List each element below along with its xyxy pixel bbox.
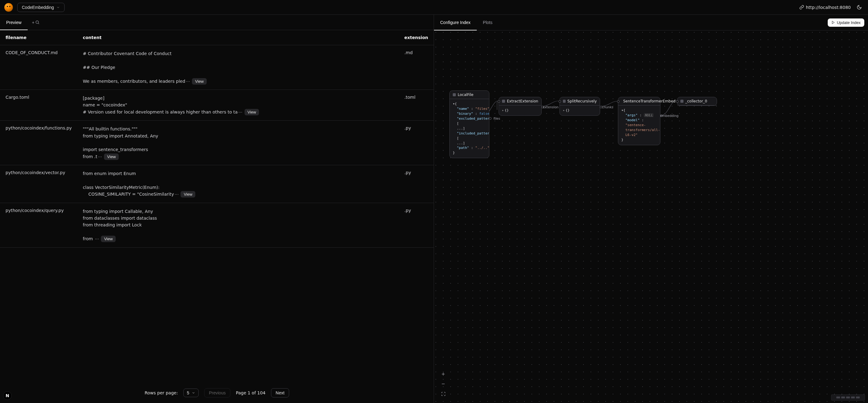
cell-content: [package] name = "cocoindex" # Version u… xyxy=(77,90,399,120)
minus-icon xyxy=(441,381,446,386)
cell-filename: python/cocoindex/vector.py xyxy=(0,165,77,203)
cell-filename: python/cocoindex/functions.py xyxy=(0,121,77,165)
topbar: CodeEmbedding http://localhost:8080 xyxy=(0,0,868,15)
flow-edges xyxy=(434,30,868,403)
page-info: Page 1 of 104 xyxy=(236,391,266,395)
port-in[interactable] xyxy=(498,100,500,103)
table-row: python/cocoindex/vector.pyfrom enum impo… xyxy=(0,165,434,203)
svg-marker-2 xyxy=(832,21,834,24)
cell-content: from typing import Callable, Any from da… xyxy=(77,203,399,247)
node-sentence-transformer-embed[interactable]: SentenceTransformerEmbed ▾{ "args" : NUL… xyxy=(618,97,660,145)
node-title: ExtractExtension xyxy=(507,99,538,103)
canvas-controls xyxy=(439,370,447,398)
data-table: filename content extension CODE_OF_CONDU… xyxy=(0,30,434,383)
cell-content: """All builtin functions.""" from typing… xyxy=(77,121,399,165)
port-label-extension: extension xyxy=(543,105,559,109)
database-icon xyxy=(453,93,456,96)
node-collector[interactable]: _collector_0 xyxy=(677,97,717,106)
tab-preview[interactable]: Preview xyxy=(0,15,28,30)
node-extract-extension[interactable]: ExtractExtension ▸▸ {}{} extension xyxy=(499,97,541,116)
fit-view-button[interactable] xyxy=(439,390,447,398)
view-button[interactable]: View xyxy=(104,154,119,160)
tab-plots[interactable]: Plots xyxy=(477,15,499,30)
col-content: content xyxy=(77,30,399,45)
link-icon xyxy=(799,5,804,9)
ellipsis-icon: ⋯ xyxy=(174,192,179,196)
node-title: _collector_0 xyxy=(685,99,707,103)
cell-filename: Cargo.toml xyxy=(0,90,77,120)
node-title: SentenceTransformerEmbed xyxy=(623,99,676,103)
next-page-button[interactable]: Next xyxy=(271,388,289,398)
pagination: Rows per page: 5 Previous Page 1 of 104 … xyxy=(0,383,434,403)
plus-icon: + xyxy=(32,20,34,25)
corner-badge[interactable]: N xyxy=(3,391,12,400)
svg-point-0 xyxy=(36,21,38,24)
port-label-embedding: embedding xyxy=(660,114,679,118)
function-icon xyxy=(563,100,566,103)
cell-extension: .toml xyxy=(399,90,434,120)
node-title: SplitRecursively xyxy=(567,99,597,103)
function-icon xyxy=(502,100,505,103)
project-selector[interactable]: CodeEmbedding xyxy=(17,3,65,12)
server-url: http://localhost:8080 xyxy=(806,5,851,10)
cell-extension: .md xyxy=(399,45,434,90)
ellipsis-icon: ⋯ xyxy=(185,79,191,84)
play-icon xyxy=(831,21,835,24)
flow-canvas[interactable]: LocalFile ▾{ "name" : "files" "binary" :… xyxy=(434,30,868,403)
ellipsis-icon: ⋯ xyxy=(238,110,243,115)
left-tabs: Preview + xyxy=(0,15,434,30)
table-header-row: filename content extension xyxy=(0,30,434,45)
table-row: Cargo.toml[package] name = "cocoindex" #… xyxy=(0,90,434,120)
view-button[interactable]: View xyxy=(245,109,259,115)
project-name: CodeEmbedding xyxy=(22,5,54,10)
rows-per-page-select[interactable]: 5 xyxy=(183,389,199,397)
cell-content: # Contributor Covenant Code of Conduct #… xyxy=(77,45,399,90)
port-label-chunks: chunks xyxy=(602,105,613,109)
port-in[interactable] xyxy=(559,100,561,103)
cell-filename: CODE_OF_CONDUCT.md xyxy=(0,45,77,90)
theme-toggle[interactable] xyxy=(855,3,864,12)
cell-extension: .py xyxy=(399,165,434,203)
table-row: python/cocoindex/functions.py"""All buil… xyxy=(0,121,434,165)
zoom-in-button[interactable] xyxy=(439,370,447,378)
right-pane: Configure Index Plots Update Index xyxy=(434,15,868,403)
cell-content: from enum import Enum class VectorSimila… xyxy=(77,165,399,203)
app-logo xyxy=(4,3,13,12)
cell-extension: .py xyxy=(399,203,434,247)
node-title: LocalFile xyxy=(458,93,473,97)
tab-configure-index[interactable]: Configure Index xyxy=(434,15,477,30)
maximize-icon xyxy=(441,392,446,396)
view-button[interactable]: View xyxy=(181,191,195,197)
prev-page-button[interactable]: Previous xyxy=(204,388,230,398)
svg-line-1 xyxy=(38,23,39,24)
view-button[interactable]: View xyxy=(192,78,207,85)
plus-icon xyxy=(441,372,446,376)
ellipsis-icon: ⋯ xyxy=(97,154,103,159)
server-link[interactable]: http://localhost:8080 xyxy=(799,5,851,10)
minimap[interactable] xyxy=(831,394,865,401)
moon-icon xyxy=(857,5,862,10)
chevron-down-icon xyxy=(56,5,60,9)
tab-add-search[interactable]: + xyxy=(28,15,44,30)
port-out[interactable] xyxy=(489,117,492,120)
cell-filename: python/cocoindex/query.py xyxy=(0,203,77,247)
cell-extension: .py xyxy=(399,121,434,165)
zoom-out-button[interactable] xyxy=(439,380,447,388)
view-button[interactable]: View xyxy=(101,236,116,242)
node-localfile[interactable]: LocalFile ▾{ "name" : "files" "binary" :… xyxy=(450,90,489,158)
port-label-files: files xyxy=(494,117,500,120)
port-in[interactable] xyxy=(617,100,619,103)
port-in[interactable] xyxy=(676,100,679,103)
update-index-button[interactable]: Update Index xyxy=(828,19,864,27)
col-extension: extension xyxy=(399,30,434,45)
ellipsis-icon: ⋯ xyxy=(94,236,100,241)
node-split-recursively[interactable]: SplitRecursively ▸{} chunks xyxy=(559,97,600,116)
right-tabs: Configure Index Plots xyxy=(434,15,499,30)
table-row: python/cocoindex/query.pyfrom typing imp… xyxy=(0,203,434,247)
collector-icon xyxy=(680,100,683,103)
col-filename: filename xyxy=(0,30,77,45)
search-icon xyxy=(35,20,40,25)
chevron-down-icon xyxy=(192,391,195,395)
left-pane: Preview + filename content extension COD xyxy=(0,15,434,403)
table-row: CODE_OF_CONDUCT.md# Contributor Covenant… xyxy=(0,45,434,90)
